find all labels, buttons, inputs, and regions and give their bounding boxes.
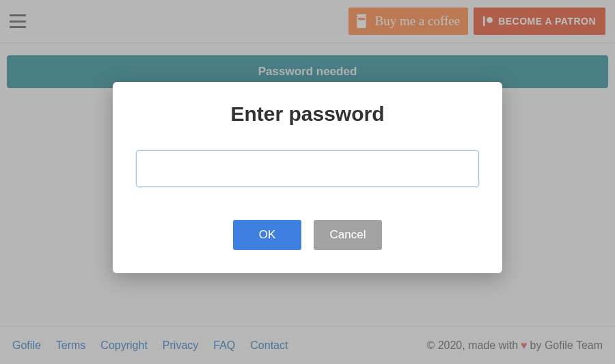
ok-button[interactable]: OK: [233, 220, 301, 250]
modal-overlay: Enter password OK Cancel: [0, 0, 615, 364]
modal-title: Enter password: [136, 102, 479, 126]
cancel-button[interactable]: Cancel: [314, 220, 382, 250]
password-modal: Enter password OK Cancel: [113, 82, 502, 273]
password-input[interactable]: [136, 150, 479, 187]
modal-actions: OK Cancel: [136, 220, 479, 250]
